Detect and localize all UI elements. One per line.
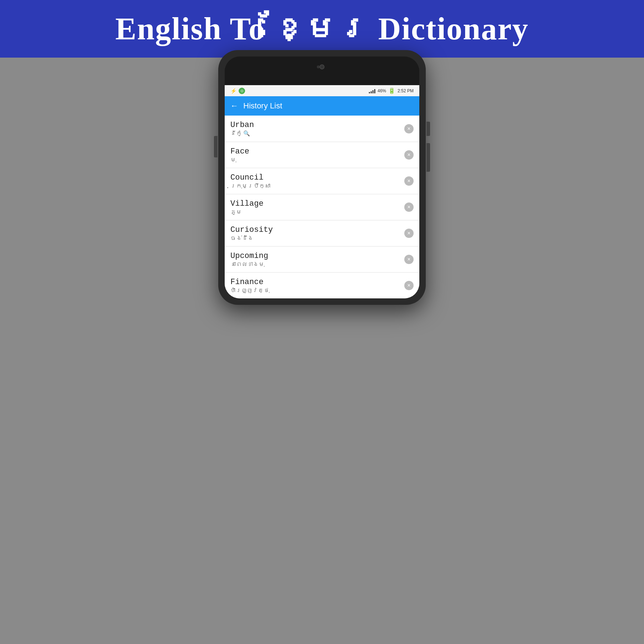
usb-icon: ⚡ — [230, 88, 236, 94]
list-item-text: Urban នីក៉ូ 🔍 — [230, 121, 404, 137]
status-time: 2:52 PM — [397, 88, 414, 93]
phone-notch — [225, 57, 419, 85]
back-button[interactable]: ← — [230, 101, 238, 111]
list-item-text: Finance ហិរញ្ញវត្ថុ — [230, 278, 404, 293]
remove-button[interactable]: × — [404, 229, 414, 238]
status-bar: ⚡ ◎ 46% 🔋 2:52 PM — [225, 85, 419, 96]
remove-button[interactable]: × — [404, 176, 414, 186]
remove-button[interactable]: × — [404, 281, 414, 290]
list-item-text: Village ភូម — [230, 199, 404, 215]
battery-percentage: 46% — [377, 88, 386, 93]
gps-icon: ◎ — [239, 88, 245, 94]
top-banner: English To ខ្មែរ Dictionary — [0, 0, 644, 58]
battery-icon: 🔋 — [388, 87, 395, 94]
list-item-text: Upcoming នាពេលខាងមុ — [230, 252, 404, 267]
status-right-info: 46% 🔋 2:52 PM — [369, 87, 414, 94]
phone-device: ⚡ ◎ 46% 🔋 2:52 PM — [218, 50, 426, 305]
remove-button[interactable]: × — [404, 124, 414, 133]
signal-bar-1 — [369, 92, 370, 93]
list-item[interactable]: Council ក្រុមប្រឹក្សា × — [225, 168, 419, 194]
list-item-english: Upcoming — [230, 252, 404, 260]
banner-title: English To ខ្មែរ Dictionary — [0, 11, 644, 47]
list-item-english: Council — [230, 173, 404, 182]
list-item[interactable]: Finance ហិរញ្ញវត្ថុ × — [225, 273, 419, 298]
list-item-text: Council ក្រុមប្រឹក្សា — [230, 173, 404, 189]
app-bar: ← History List — [225, 96, 419, 116]
list-item[interactable]: Face មុ × — [225, 142, 419, 168]
list-item-english: Face — [230, 147, 404, 156]
remove-button[interactable]: × — [404, 203, 414, 212]
history-list: Urban នីក៉ូ 🔍 × Face មុ × Council ក្រ — [225, 116, 419, 298]
list-item[interactable]: Urban នីក៉ូ 🔍 × — [225, 116, 419, 142]
signal-bar-2 — [371, 91, 372, 93]
list-item-khmer: ក្រុមប្រឹក្សា — [230, 183, 404, 189]
list-item-khmer: មុ — [230, 157, 404, 163]
list-item-text: Curiosity ចង់ដឹង — [230, 225, 404, 241]
phone-camera — [319, 64, 325, 69]
power-button-top — [426, 122, 430, 136]
list-item[interactable]: Village ភូម × — [225, 194, 419, 220]
list-item[interactable]: Curiosity ចង់ដឹង × — [225, 220, 419, 247]
list-item-english: Village — [230, 199, 404, 208]
list-item-khmer: នីក៉ូ 🔍 — [230, 130, 404, 137]
list-item-khmer: ចង់ដឹង — [230, 235, 404, 241]
remove-button[interactable]: × — [404, 255, 414, 264]
list-item-english: Finance — [230, 278, 404, 287]
list-item-khmer: នាពេលខាងមុ — [230, 261, 404, 267]
signal-bar-4 — [374, 89, 375, 93]
list-item-text: Face មុ — [230, 147, 404, 163]
list-item-english: Urban — [230, 121, 404, 130]
list-item-khmer: ភូម — [230, 209, 404, 215]
power-button-bottom — [426, 143, 430, 172]
status-left-icons: ⚡ ◎ — [230, 88, 245, 94]
signal-bars — [369, 88, 375, 93]
list-item-english: Curiosity — [230, 225, 404, 234]
list-item-khmer: ហិរញ្ញវត្ថុ — [230, 287, 404, 293]
phone-screen: ⚡ ◎ 46% 🔋 2:52 PM — [225, 57, 419, 298]
remove-button[interactable]: × — [404, 150, 414, 160]
signal-bar-3 — [372, 90, 374, 93]
volume-button — [214, 136, 218, 157]
list-item[interactable]: Upcoming នាពេលខាងមុ × — [225, 247, 419, 273]
phone-outer-shell: ⚡ ◎ 46% 🔋 2:52 PM — [218, 50, 426, 305]
app-bar-title: History List — [243, 101, 282, 111]
